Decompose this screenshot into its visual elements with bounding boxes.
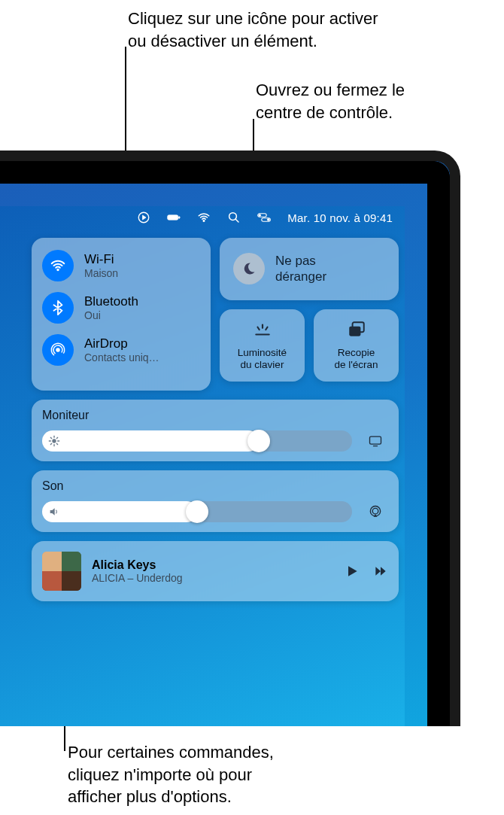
moon-icon[interactable] xyxy=(233,253,265,284)
svg-line-5 xyxy=(236,219,239,222)
menubar: Mar. 10 nov. à 09:41 xyxy=(0,206,405,229)
wifi-title: Wi-Fi xyxy=(84,252,118,267)
sun-icon xyxy=(48,435,60,447)
bluetooth-icon[interactable] xyxy=(42,292,74,324)
sound-slider-knob[interactable] xyxy=(186,500,208,523)
screen-mirroring-icon xyxy=(347,320,366,342)
bluetooth-subtitle: Oui xyxy=(84,309,138,321)
airdrop-subtitle: Contacts uniq… xyxy=(84,351,159,363)
display-slider-row xyxy=(42,430,388,452)
speaker-icon xyxy=(48,506,60,518)
connectivity-card[interactable]: Wi-Fi Maison Bluetooth Oui xyxy=(32,238,211,391)
airdrop-icon[interactable] xyxy=(42,334,74,366)
dnd-label: Ne pas déranger xyxy=(275,253,326,285)
svg-rect-2 xyxy=(179,217,181,219)
screen-bezel: Mar. 10 nov. à 09:41 Wi-Fi Maison xyxy=(0,161,450,726)
now-playing-text: Alicia Keys ALICIA – Underdog xyxy=(92,558,334,584)
control-center-panel: Wi-Fi Maison Bluetooth Oui xyxy=(32,238,399,601)
playback-controls xyxy=(345,564,388,579)
svg-rect-1 xyxy=(168,215,178,220)
display-brightness-slider[interactable] xyxy=(42,430,352,452)
right-column: Ne pas déranger Luminosité du clavier xyxy=(220,238,399,382)
album-art xyxy=(42,552,81,591)
airdrop-toggle[interactable]: AirDrop Contacts uniq… xyxy=(42,334,200,366)
bluetooth-toggle[interactable]: Bluetooth Oui xyxy=(42,292,200,324)
screen-mirroring-label: Recopie de l'écran xyxy=(334,347,378,371)
sound-card[interactable]: Son xyxy=(32,470,399,532)
bluetooth-text: Bluetooth Oui xyxy=(84,294,138,321)
airdrop-title: AirDrop xyxy=(84,336,159,351)
small-cards-grid: Luminosité du clavier Recopie de l'écran xyxy=(220,309,399,382)
now-playing-menubar-icon[interactable] xyxy=(137,211,150,224)
next-track-button[interactable] xyxy=(373,564,388,579)
svg-rect-15 xyxy=(349,326,360,336)
sound-volume-slider[interactable] xyxy=(42,501,352,522)
wifi-text: Wi-Fi Maison xyxy=(84,252,118,279)
do-not-disturb-card[interactable]: Ne pas déranger xyxy=(220,238,399,300)
help-callout-toggle-icon: Cliquez sur une icône pour activer ou dé… xyxy=(128,8,378,52)
svg-point-9 xyxy=(268,218,270,220)
now-playing-artist: Alicia Keys xyxy=(92,558,334,572)
svg-rect-25 xyxy=(370,436,381,444)
battery-icon[interactable] xyxy=(167,211,181,224)
screen-mirroring-card[interactable]: Recopie de l'écran xyxy=(314,309,399,382)
bluetooth-title: Bluetooth xyxy=(84,294,138,309)
display-slider-knob[interactable] xyxy=(247,430,270,452)
svg-point-7 xyxy=(259,214,261,217)
display-brightness-card[interactable]: Moniteur xyxy=(32,400,399,461)
airplay-audio-button[interactable] xyxy=(363,500,388,523)
svg-point-16 xyxy=(52,439,56,442)
play-button[interactable] xyxy=(345,564,360,579)
help-callout-more-options: Pour certaines commandes, cliquez n'impo… xyxy=(68,741,274,808)
display-options-button[interactable] xyxy=(363,430,388,452)
now-playing-card[interactable]: Alicia Keys ALICIA – Underdog xyxy=(32,541,399,601)
svg-point-10 xyxy=(56,269,59,271)
svg-point-28 xyxy=(372,508,378,514)
keyboard-brightness-label: Luminosité du clavier xyxy=(238,347,287,371)
wifi-menubar-icon[interactable] xyxy=(197,211,211,224)
airdrop-text: AirDrop Contacts uniq… xyxy=(84,336,159,363)
sound-slider-row xyxy=(42,500,388,523)
laptop-frame: Mar. 10 nov. à 09:41 Wi-Fi Maison xyxy=(0,151,460,726)
desktop-screen: Mar. 10 nov. à 09:41 Wi-Fi Maison xyxy=(0,206,405,726)
svg-line-22 xyxy=(56,443,57,444)
display-title: Moniteur xyxy=(42,409,388,422)
spotlight-search-icon[interactable] xyxy=(227,211,241,224)
svg-point-3 xyxy=(203,220,205,221)
svg-line-21 xyxy=(50,437,51,438)
wifi-icon[interactable] xyxy=(42,250,74,281)
now-playing-track: ALICIA – Underdog xyxy=(92,572,334,584)
wifi-subtitle: Maison xyxy=(84,267,118,279)
svg-point-11 xyxy=(56,348,60,352)
control-center-top-grid: Wi-Fi Maison Bluetooth Oui xyxy=(32,238,399,391)
wifi-toggle[interactable]: Wi-Fi Maison xyxy=(42,250,200,281)
sound-title: Son xyxy=(42,479,388,493)
control-center-menubar-icon[interactable] xyxy=(257,211,271,224)
svg-line-23 xyxy=(50,443,51,444)
menubar-datetime[interactable]: Mar. 10 nov. à 09:41 xyxy=(287,211,393,224)
keyboard-brightness-icon xyxy=(253,320,272,342)
help-callout-open-close: Ouvrez ou fermez le centre de contrôle. xyxy=(256,79,405,123)
svg-line-24 xyxy=(56,437,57,438)
keyboard-brightness-card[interactable]: Luminosité du clavier xyxy=(220,309,305,382)
